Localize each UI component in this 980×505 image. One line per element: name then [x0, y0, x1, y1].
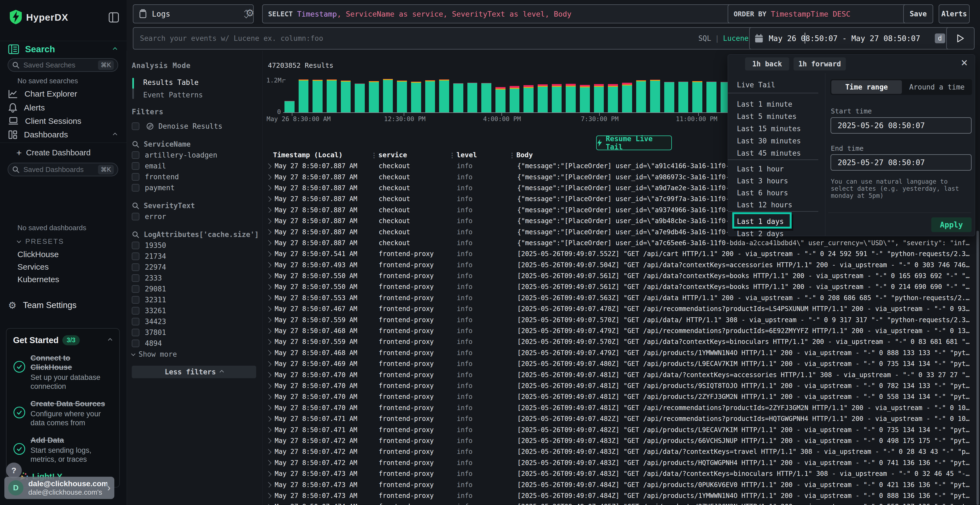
save-button[interactable]: Save	[903, 4, 933, 24]
tab-time-range[interactable]: Time range	[831, 80, 902, 94]
column-resize-handle[interactable]: ⋮	[371, 152, 379, 161]
denoise-results-checkbox-row[interactable]: Denoise Results	[132, 121, 257, 132]
time-option[interactable]: Last 3 hours	[737, 177, 788, 185]
histogram-bar[interactable]	[439, 79, 449, 113]
chevron-up-icon[interactable]	[113, 132, 117, 137]
saved-dashboards-input[interactable]: Saved Dashboards ⌘K	[8, 163, 118, 176]
histogram-bar[interactable]	[312, 80, 323, 113]
row-expand-icon[interactable]	[266, 460, 272, 465]
query-settings-gear-icon[interactable]: ⚙	[245, 8, 254, 18]
row-expand-icon[interactable]	[266, 328, 272, 334]
table-row[interactable]: May 27 8:50:07.550 AMfrontend-proxyinfo[…	[266, 281, 975, 292]
column-resize-handle[interactable]: ⋮	[449, 152, 457, 161]
histogram-bar[interactable]	[495, 87, 506, 113]
table-row[interactable]: May 27 8:50:07.474 AMfrontend-proxyinfo[…	[266, 501, 975, 505]
checkbox[interactable]	[132, 162, 139, 170]
time-option[interactable]: Last 1 minute	[737, 100, 792, 108]
chevron-up-icon[interactable]	[108, 338, 113, 343]
table-row[interactable]: May 27 8:50:07.472 AMfrontend-proxyinfo[…	[266, 446, 975, 457]
row-expand-icon[interactable]	[266, 504, 272, 505]
user-menu[interactable]: D dale@clickhouse.com dale@clickhouse.co…	[4, 477, 115, 499]
filter-checkbox-row[interactable]: 2333	[132, 273, 257, 284]
histogram-bar[interactable]	[523, 85, 533, 113]
tab-around-a-time[interactable]: Around a time	[902, 83, 972, 91]
row-expand-icon[interactable]	[266, 174, 272, 180]
table-row[interactable]: May 27 8:50:07.470 AMfrontend-proxyinfo[…	[266, 402, 975, 413]
sidebar-item-alerts[interactable]: Alerts	[8, 103, 119, 113]
get-started-step[interactable]: Add Data Start sending logs, metrics, or…	[13, 436, 113, 464]
get-started-step[interactable]: Connect to ClickHouse Set up your databa…	[13, 353, 113, 391]
row-expand-icon[interactable]	[266, 394, 272, 400]
select-clause-input[interactable]: SELECT Timestamp, ServiceName as service…	[262, 4, 735, 24]
checkbox[interactable]	[132, 274, 139, 282]
checkbox[interactable]	[132, 340, 139, 347]
one-hour-forward-button[interactable]: 1h forward	[794, 57, 846, 70]
histogram-bar[interactable]	[552, 84, 562, 113]
row-expand-icon[interactable]	[266, 229, 272, 235]
sidebar-item-client-sessions[interactable]: Client Sessions	[8, 116, 119, 126]
row-expand-icon[interactable]	[266, 372, 272, 378]
filter-checkbox-row[interactable]: 19350	[132, 240, 257, 251]
table-row[interactable]: May 27 8:50:07.470 AMfrontend-proxyinfo[…	[266, 380, 975, 391]
presets-toggle[interactable]: PRESETS	[18, 237, 64, 246]
filter-checkbox-row[interactable]: 22974	[132, 262, 257, 273]
histogram-bar[interactable]	[678, 82, 689, 113]
row-expand-icon[interactable]	[266, 284, 272, 290]
table-row[interactable]: May 27 8:50:07.469 AMfrontend-proxyinfo[…	[266, 358, 975, 369]
checkbox[interactable]	[132, 151, 139, 159]
table-row[interactable]: May 27 8:50:07.471 AMfrontend-proxyinfo[…	[266, 413, 975, 424]
filter-checkbox-row[interactable]: 33261	[132, 305, 257, 316]
row-expand-icon[interactable]	[266, 218, 272, 224]
start-time-input[interactable]: 2025-05-26 08:50:07	[830, 117, 972, 133]
saved-searches-input[interactable]: Saved Searches ⌘K	[8, 58, 118, 72]
histogram-bar[interactable]	[566, 84, 576, 113]
histogram-bar[interactable]	[636, 80, 646, 113]
sidebar-item-services[interactable]: Services	[18, 262, 49, 272]
resume-live-tail-button[interactable]: Resume Live Tail	[596, 135, 672, 150]
row-expand-icon[interactable]	[266, 383, 272, 389]
checkbox[interactable]	[132, 213, 139, 221]
histogram-bar[interactable]	[285, 101, 294, 113]
table-row[interactable]: May 27 8:50:07.467 AMfrontend-proxyinfo[…	[266, 303, 975, 314]
table-row[interactable]: May 27 8:50:07.550 AMfrontend-proxyinfo[…	[266, 270, 975, 281]
histogram-bar[interactable]	[664, 82, 674, 113]
time-option[interactable]: Last 6 hours	[737, 189, 788, 197]
row-expand-icon[interactable]	[266, 251, 272, 257]
order-by-input[interactable]: ORDER BY TimestampTime DESC	[728, 4, 910, 24]
chevron-up-icon[interactable]	[113, 47, 117, 51]
row-expand-icon[interactable]	[266, 482, 272, 488]
checkbox[interactable]	[132, 184, 139, 192]
histogram-bar[interactable]	[622, 83, 632, 113]
histogram-bar[interactable]	[453, 83, 463, 113]
sidebar-item-clickhouse[interactable]: ClickHouse	[18, 250, 59, 259]
table-row[interactable]: May 27 8:50:07.541 AMfrontend-proxyinfo[…	[266, 248, 975, 259]
filter-checkbox-row[interactable]: 29081	[132, 284, 257, 294]
table-row[interactable]: May 27 8:50:07.470 AMfrontend-proxyinfo[…	[266, 369, 975, 380]
column-header-level[interactable]: level	[457, 151, 509, 161]
histogram-bar[interactable]	[481, 83, 492, 113]
mode-event-patterns[interactable]: Event Patterns	[139, 89, 257, 101]
table-row[interactable]: May 27 8:50:07.473 AMfrontend-proxyinfo[…	[266, 490, 975, 501]
table-row[interactable]: May 27 8:50:07.887 AMcheckoutinfo{"messa…	[266, 238, 975, 248]
filter-checkbox-row[interactable]: error	[132, 211, 257, 222]
checkbox[interactable]	[132, 173, 139, 181]
row-expand-icon[interactable]	[266, 295, 272, 301]
histogram-bar[interactable]	[397, 81, 407, 113]
time-option[interactable]: Last 15 minutes	[737, 125, 801, 133]
column-resize-handle[interactable]: ⋮	[509, 152, 516, 161]
collapse-sidebar-icon[interactable]	[108, 12, 119, 23]
filter-checkbox-row[interactable]: 34423	[132, 316, 257, 327]
histogram-bar[interactable]	[327, 79, 337, 113]
run-query-button[interactable]	[946, 27, 975, 49]
help-button[interactable]: ?	[6, 462, 22, 478]
histogram-bar[interactable]	[510, 86, 520, 113]
histogram-bar[interactable]	[706, 82, 716, 113]
create-dashboard-button[interactable]: + Create Dashboard	[16, 148, 91, 158]
histogram-bar[interactable]	[692, 81, 702, 113]
row-expand-icon[interactable]	[266, 339, 272, 345]
checkbox[interactable]	[132, 296, 139, 304]
less-filters-button[interactable]: Less filters	[132, 366, 256, 378]
row-expand-icon[interactable]	[266, 416, 272, 422]
sidebar-item-dashboards[interactable]: Dashboards	[8, 130, 119, 139]
histogram-bar[interactable]	[299, 79, 309, 113]
